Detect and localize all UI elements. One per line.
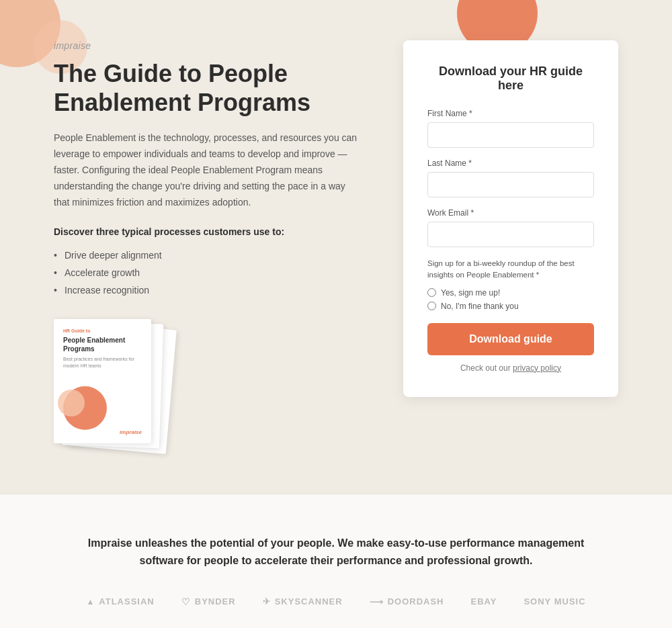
last-name-input[interactable] (427, 172, 594, 197)
hero-section: impraise The Guide to People Enablement … (0, 0, 672, 494)
ebay-label: ebay (471, 596, 497, 607)
radio-no-option[interactable]: No, I'm fine thank you (427, 302, 594, 311)
first-name-group: First Name * (427, 109, 594, 148)
logo-bynder: bynder (181, 596, 236, 607)
logo-sony-music: SONY MUSIC (523, 596, 585, 607)
first-name-label: First Name * (427, 109, 594, 118)
work-email-input[interactable] (427, 222, 594, 247)
bullet-list: Drive deeper alignment Accelerate growth… (54, 246, 363, 299)
logo-ebay: ebay (471, 596, 497, 607)
bynder-label: bynder (195, 596, 236, 607)
book-label: HR Guide to (63, 328, 142, 333)
last-name-group: Last Name * (427, 159, 594, 197)
last-name-label: Last Name * (427, 159, 594, 168)
bottom-tagline: Impraise unleashes the potential of your… (74, 535, 598, 569)
hero-description: People Enablement is the technology, pro… (54, 130, 363, 210)
discover-heading: Discover three typical processes custome… (54, 226, 363, 237)
first-name-input[interactable] (427, 122, 594, 148)
skyscanner-label: skyscanner (275, 596, 343, 607)
logo-doordash: DOORDASH (370, 596, 444, 607)
book-cover-image: HR Guide to People Enablement Programs B… (54, 319, 188, 453)
radio-no-input[interactable] (427, 302, 436, 310)
privacy-note: Check out our privacy policy (427, 363, 594, 373)
bottom-section: Impraise unleashes the potential of your… (0, 494, 672, 628)
page-title: The Guide to People Enablement Programs (54, 59, 363, 117)
book-title: People Enablement Programs (63, 336, 142, 353)
book-subtitle: Best practices and frameworks for modern… (63, 356, 142, 369)
list-item: Accelerate growth (54, 264, 363, 281)
radio-yes-input[interactable] (427, 288, 436, 297)
sony-music-label: SONY MUSIC (523, 596, 585, 607)
book-brand: impraise (120, 429, 142, 435)
privacy-text: Check out our (460, 363, 511, 373)
work-email-label: Work Email * (427, 208, 594, 218)
logo-skyscanner: skyscanner (263, 596, 343, 607)
atlassian-label: ATLASSIAN (99, 596, 154, 607)
hero-left-column: impraise The Guide to People Enablement … (54, 40, 363, 453)
radio-no-label: No, I'm fine thank you (441, 302, 519, 311)
newsletter-radio-group: Yes, sign me up! No, I'm fine thank you (427, 288, 594, 311)
book-page-front: HR Guide to People Enablement Programs B… (54, 319, 151, 443)
work-email-group: Work Email * (427, 208, 594, 247)
download-form-card: Download your HR guide here First Name *… (403, 40, 618, 397)
form-title: Download your HR guide here (427, 64, 594, 93)
logos-row: ATLASSIAN bynder skyscanner DOORDASH eba… (54, 596, 618, 607)
radio-yes-label: Yes, sign me up! (441, 288, 500, 298)
list-item: Increase recognition (54, 281, 363, 299)
doordash-label: DOORDASH (388, 596, 444, 607)
radio-yes-option[interactable]: Yes, sign me up! (427, 288, 594, 298)
hero-content: impraise The Guide to People Enablement … (54, 40, 618, 453)
logo-atlassian: ATLASSIAN (86, 596, 154, 607)
download-guide-button[interactable]: Download guide (427, 323, 594, 355)
newsletter-label: Sign up for a bi-weekly roundup of the b… (427, 258, 594, 281)
list-item: Drive deeper alignment (54, 246, 363, 264)
brand-label: impraise (54, 40, 363, 51)
privacy-policy-link[interactable]: privacy policy (513, 363, 561, 373)
